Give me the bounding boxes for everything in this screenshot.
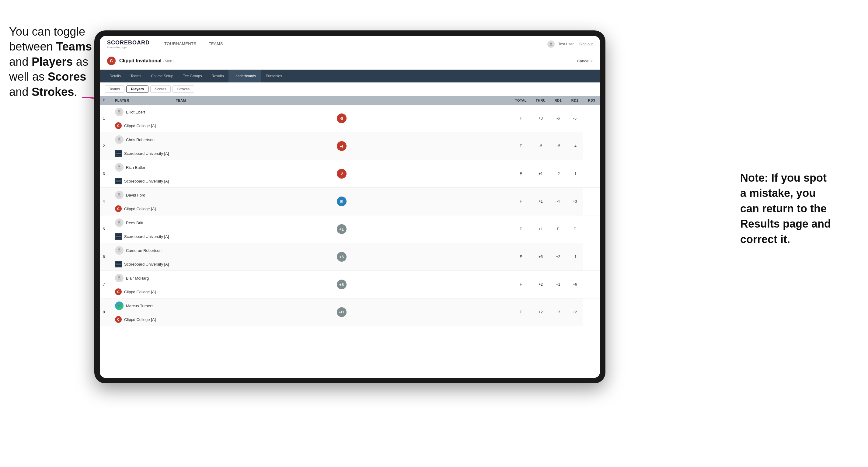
- svg-point-10: [118, 221, 121, 223]
- cell-thru: F: [510, 188, 531, 215]
- nav-tabs: TOURNAMENTS TEAMS: [158, 36, 229, 52]
- nav-tab-teams[interactable]: TEAMS: [203, 36, 229, 52]
- table-header-row: # PLAYER TEAM TOTAL THRU RD1 RD2 RD3: [100, 96, 600, 105]
- col-rank: #: [100, 96, 112, 105]
- team-logo-su: [115, 178, 122, 184]
- toggle-bar: Teams Players Scores Strokes: [100, 83, 600, 96]
- cell-rd2: +7: [550, 299, 566, 326]
- cell-rd1: +2: [531, 271, 550, 299]
- cell-rd2: -6: [550, 105, 566, 132]
- col-team: TEAM: [173, 96, 510, 105]
- cell-rd3: +2: [566, 299, 583, 326]
- table-row: 1Elliot EbertCClippd College [A]-8F+3-6-…: [100, 105, 600, 132]
- table-row: 6Cameron RobertsonScoreboard University …: [100, 243, 600, 271]
- cell-total: E: [173, 188, 510, 215]
- tournament-gender: (Men): [163, 59, 174, 63]
- players-bold: Players: [32, 55, 73, 68]
- col-thru: THRU: [531, 96, 550, 105]
- cell-rd1: +1: [531, 188, 550, 215]
- team-logo-su: [115, 150, 122, 157]
- cell-thru: F: [510, 299, 531, 326]
- right-annotation: Note: If you spot a mistake, you can ret…: [740, 170, 856, 247]
- svg-point-13: [118, 248, 121, 251]
- cell-thru: F: [510, 132, 531, 160]
- cell-rank: 5: [100, 215, 112, 243]
- cell-rd2: +1: [550, 271, 566, 299]
- teams-bold: Teams: [56, 40, 92, 53]
- toggle-scores[interactable]: Scores: [150, 86, 171, 93]
- cell-team: CClippd College [A]: [112, 119, 173, 132]
- cell-rd1: +2: [531, 299, 550, 326]
- cell-rank: 1: [100, 105, 112, 132]
- table-row: 2Chris RobertsonScoreboard University [A…: [100, 132, 600, 160]
- cell-team: CClippd College [A]: [112, 285, 173, 298]
- team-logo-c: C: [115, 316, 122, 323]
- cell-thru: F: [510, 105, 531, 132]
- svg-point-16: [118, 276, 121, 278]
- cell-total: +1: [173, 215, 510, 243]
- col-rd2: RD2: [566, 96, 583, 105]
- cell-total: -4: [173, 132, 510, 160]
- nav-right: Test User | Sign out: [547, 40, 593, 48]
- sub-nav-leaderboards[interactable]: Leaderboards: [228, 70, 261, 83]
- cell-team: CClippd College [A]: [112, 202, 173, 215]
- score-badge: +1: [337, 224, 346, 234]
- cell-total: +8: [173, 271, 510, 299]
- cell-rank: 7: [100, 271, 112, 299]
- svg-point-3: [118, 137, 121, 140]
- cell-thru: F: [510, 243, 531, 271]
- cell-rd2: -4: [550, 188, 566, 215]
- cell-rank: 8: [100, 299, 112, 326]
- left-annotation: You can toggle between Teams and Players…: [9, 24, 94, 99]
- cell-thru: F: [510, 160, 531, 188]
- player-name: David Ford: [126, 193, 146, 197]
- cell-player: Cameron Robertson: [112, 243, 173, 258]
- team-name: Scoreboard University [A]: [124, 151, 169, 156]
- nav-tab-tournaments[interactable]: TOURNAMENTS: [158, 36, 203, 52]
- toggle-players[interactable]: Players: [126, 86, 149, 93]
- leaderboard-table: # PLAYER TEAM TOTAL THRU RD1 RD2 RD3 1El…: [100, 96, 600, 378]
- cell-rd3: -1: [566, 243, 583, 271]
- table-row: 8🌿Marcus TurnersCClippd College [A]+11F+…: [100, 299, 600, 326]
- table-row: 3Rich ButlerScoreboard University [A]-2F…: [100, 160, 600, 188]
- player-name: Rich Butler: [126, 165, 146, 170]
- cell-rd1: +1: [531, 215, 550, 243]
- toggle-teams[interactable]: Teams: [105, 86, 124, 93]
- sub-nav-printables[interactable]: Printables: [261, 70, 287, 83]
- sub-nav: Details Teams Course Setup Tee Groups Re…: [100, 70, 600, 83]
- cell-team: CClippd College [A]: [112, 313, 173, 326]
- tablet-screen: SCOREBOARD Powered by clippd TOURNAMENTS…: [100, 36, 600, 378]
- sub-nav-results[interactable]: Results: [207, 70, 228, 83]
- tournament-logo: C: [107, 57, 116, 65]
- cancel-button[interactable]: Cancel ×: [577, 59, 593, 63]
- team-name: Clippd College [A]: [124, 290, 156, 294]
- player-avatar: 🌿: [115, 302, 124, 310]
- cell-thru: F: [510, 271, 531, 299]
- cell-thru: F: [510, 215, 531, 243]
- cell-rd1: -5: [531, 132, 550, 160]
- table-row: 4David FordCClippd College [A]EF+1-4+3: [100, 188, 600, 215]
- team-name: Scoreboard University [A]: [124, 262, 169, 267]
- col-player: PLAYER: [112, 96, 173, 105]
- sub-nav-course-setup[interactable]: Course Setup: [146, 70, 178, 83]
- sub-nav-teams[interactable]: Teams: [126, 70, 146, 83]
- player-avatar: [115, 191, 124, 199]
- cell-player: David Ford: [112, 188, 173, 202]
- team-logo-c: C: [115, 288, 122, 295]
- sign-out-link[interactable]: Sign out: [579, 42, 593, 46]
- cell-rd1: +3: [531, 105, 550, 132]
- cell-player: 🌿Marcus Turners: [112, 299, 173, 313]
- player-avatar: [115, 274, 124, 282]
- cell-rank: 4: [100, 188, 112, 215]
- score-badge: +11: [337, 307, 346, 317]
- user-name: Test User |: [558, 42, 576, 46]
- toggle-strokes[interactable]: Strokes: [173, 86, 194, 93]
- tournament-header: C Clippd Invitational (Men) Cancel ×: [100, 52, 600, 70]
- sub-nav-details[interactable]: Details: [105, 70, 126, 83]
- cell-player: Elliot Ebert: [112, 105, 173, 119]
- sub-nav-tee-groups[interactable]: Tee Groups: [178, 70, 207, 83]
- cell-rd3: E: [566, 215, 583, 243]
- score-badge: E: [337, 196, 346, 206]
- team-logo-c: C: [115, 205, 122, 212]
- player-avatar: [115, 135, 124, 144]
